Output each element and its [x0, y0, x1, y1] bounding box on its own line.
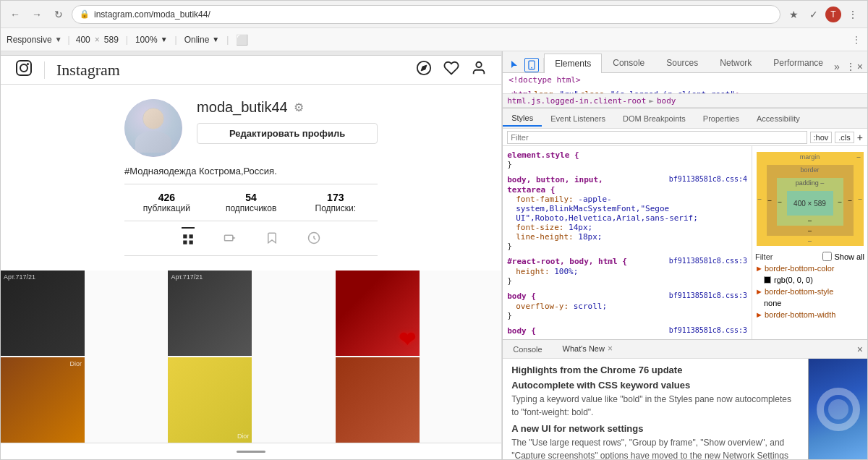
tab-sources[interactable]: Sources — [655, 53, 709, 72]
tab-event-listeners[interactable]: Event Listeners — [542, 111, 614, 126]
devtools-more-icon[interactable]: ⋮ — [846, 61, 856, 72]
tag-tab[interactable] — [307, 227, 320, 250]
circle-graphic — [817, 388, 860, 431]
settings-icon[interactable]: ⚙ — [294, 101, 304, 114]
filter-input[interactable] — [507, 131, 807, 144]
whatsnew-close-icon[interactable]: × — [608, 344, 613, 354]
breadcrumb-html[interactable]: html.js.logged-in.client-root — [507, 96, 646, 106]
bottom-tab-console[interactable]: Console — [503, 342, 552, 357]
address-bar[interactable]: 🔒 instagram.com/moda_butik44/ — [72, 5, 780, 24]
grid-item-2[interactable]: Арт.717/21 — [168, 271, 252, 356]
more-tabs-icon[interactable]: » — [834, 61, 840, 72]
svg-marker-11 — [233, 237, 236, 240]
styles-content: element.style { } body, button, input, b… — [503, 146, 867, 339]
expand-bbc-icon[interactable]: ► — [755, 264, 763, 273]
cls-button[interactable]: .cls — [835, 132, 854, 143]
class-attr: class= — [580, 88, 609, 93]
grid-item-3[interactable]: ❤ — [336, 271, 420, 356]
bottom-content-area: Highlights from the Chrome 76 update Aut… — [503, 359, 867, 459]
grid-item-4[interactable]: Dior — [1, 357, 85, 443]
tab-properties[interactable]: Properties — [694, 111, 748, 126]
console-tab-label: Console — [513, 345, 542, 354]
css-rules-list: element.style { } body, button, input, b… — [503, 146, 752, 339]
color-swatch-black — [764, 276, 771, 284]
compass-icon[interactable] — [416, 60, 432, 80]
breadcrumb-body[interactable]: body — [657, 96, 676, 106]
border-dash-r: – — [848, 197, 851, 204]
stat-following: 173 Подписки: — [293, 192, 378, 213]
online-label[interactable]: Online — [184, 35, 210, 45]
content-dimensions: 400 × 589 — [793, 200, 826, 208]
tab-dom-breakpoints[interactable]: DOM Breakpoints — [614, 111, 694, 126]
add-rule-button[interactable]: + — [857, 132, 863, 143]
bio-text: #Моднаяодежда Кострома,Россия. — [124, 166, 378, 176]
rule-selector-1: element.style { — [507, 150, 579, 160]
bookmark-star-button[interactable]: ★ — [785, 6, 802, 23]
grid-item-1[interactable]: Арт.717/21 — [1, 271, 85, 356]
profile-button[interactable]: T — [825, 7, 841, 22]
bottom-close-icon[interactable]: × — [857, 344, 863, 355]
rule-source-5[interactable]: bf91138581c8.css:3 — [669, 326, 747, 336]
padding-dash-b: – — [808, 217, 812, 224]
rule-source-2[interactable]: bf91138581c8.css:4 — [669, 175, 747, 185]
url-text: instagram.com/moda_butik44/ — [94, 9, 210, 20]
bottom-tab-whatsnew[interactable]: What's New × — [553, 341, 623, 358]
show-all-label: Show all — [834, 252, 864, 261]
instagram-wordmark: Instagram — [56, 61, 407, 80]
tab-accessibility[interactable]: Accessibility — [748, 111, 809, 126]
tab-performance[interactable]: Performance — [762, 53, 834, 72]
security-icon: 🔒 — [80, 9, 90, 19]
show-all-checkbox[interactable]: Show all — [822, 252, 864, 261]
autocomplete-title: Autocomplete with CSS keyword values — [511, 380, 799, 391]
lang-attr: lang= — [534, 88, 558, 93]
instagram-camera-icon — [15, 59, 33, 80]
bbw-prop-name: border-bottom-width — [765, 310, 835, 319]
tab-elements[interactable]: Elements — [544, 54, 602, 73]
mobile-preview-icon[interactable] — [524, 58, 539, 72]
followers-label: подписчиков — [209, 203, 294, 213]
grid-item-6[interactable] — [336, 357, 420, 443]
content-box: 400 × 589 — [787, 191, 833, 216]
rule-source-4[interactable]: bf91138581c8.css:3 — [669, 291, 747, 302]
tab-console[interactable]: Console — [602, 53, 655, 72]
height-value[interactable]: 589 — [104, 35, 119, 45]
cursor-tool-icon[interactable] — [507, 58, 522, 72]
page-footer — [1, 443, 501, 459]
rule-source-3[interactable]: bf91138581c8.css:3 — [669, 257, 747, 267]
show-all-input[interactable] — [822, 252, 832, 261]
responsive-toolbar: Responsive ▼ | 400 × 589 | 100% ▼ | Onli… — [1, 28, 867, 51]
expand-bbs-icon[interactable]: ► — [755, 287, 763, 296]
video-tab[interactable] — [224, 227, 237, 250]
edit-profile-button[interactable]: Редактировать профиль — [197, 123, 378, 144]
filter-item-bbc: ► border-bottom-color — [755, 263, 864, 274]
width-value[interactable]: 400 — [76, 35, 90, 45]
reload-button[interactable]: ↻ — [50, 6, 67, 23]
more-icon[interactable]: ⋮ — [851, 34, 861, 46]
bookmark-tab[interactable] — [265, 227, 278, 250]
tab-network[interactable]: Network — [709, 53, 762, 72]
expand-bbw-icon[interactable]: ► — [755, 310, 763, 319]
filter-item-bbw: ► border-bottom-width — [755, 309, 864, 320]
menu-button[interactable]: ⋮ — [844, 6, 861, 23]
html-line-html[interactable]: <html lang="ru" class="js logged-in clie… — [503, 88, 867, 93]
zoom-value[interactable]: 100% — [135, 35, 158, 45]
capture-icon[interactable]: ⬜ — [236, 34, 248, 46]
devtools-panel: Elements Console Sources Network Perform… — [502, 51, 867, 459]
svg-rect-7 — [190, 235, 193, 239]
grid-item-5[interactable]: Dior — [168, 357, 252, 443]
back-button[interactable]: ← — [7, 6, 24, 23]
tab-styles[interactable]: Styles — [503, 111, 542, 127]
username-text: moda_butik44 — [197, 99, 288, 116]
grid-tab[interactable] — [182, 227, 195, 250]
devtools-close-icon[interactable]: × — [857, 61, 863, 72]
bbs-prop-name: border-bottom-style — [765, 287, 833, 296]
heart-icon[interactable] — [443, 60, 459, 80]
forward-button[interactable]: → — [28, 6, 46, 23]
zoom-chevron: ▼ — [161, 35, 168, 43]
svg-rect-8 — [183, 241, 187, 244]
lang-val: "ru" — [559, 88, 579, 93]
user-icon[interactable] — [471, 60, 487, 80]
extensions-button[interactable]: ✓ — [805, 6, 822, 23]
hov-button[interactable]: :hov — [810, 132, 833, 143]
svg-rect-6 — [183, 235, 187, 239]
